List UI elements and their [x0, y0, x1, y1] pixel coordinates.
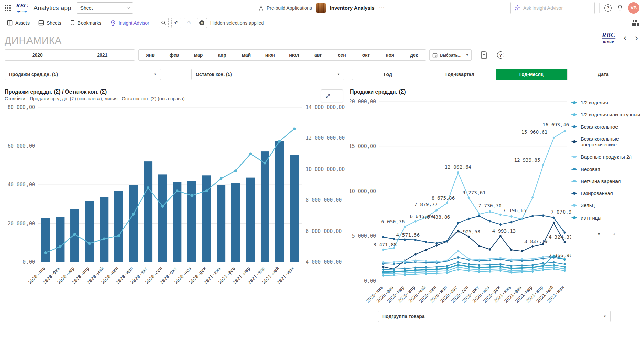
- next-sheet-arrow[interactable]: ›: [635, 33, 638, 42]
- month-cell-11[interactable]: ноя: [378, 50, 401, 60]
- caret-down-icon: ▼: [466, 53, 469, 57]
- month-cell-6[interactable]: июн: [258, 50, 282, 60]
- date-picker-dropdown[interactable]: Выбрать... ▼: [429, 49, 472, 61]
- svg-text:4 571,56: 4 571,56: [396, 232, 420, 238]
- svg-text:6 438,86: 6 438,86: [427, 214, 450, 220]
- legend-marker-icon: [571, 141, 577, 142]
- legend-item[interactable]: Безалкогольное: [571, 124, 642, 130]
- legend-item[interactable]: Безалкогольные энергетические ...: [571, 136, 642, 148]
- legend-marker-icon: [571, 205, 577, 206]
- month-cell-8[interactable]: авг: [306, 50, 330, 60]
- more-menu-icon[interactable]: ⋯: [379, 4, 385, 11]
- legend-item[interactable]: 1/2 изделия или штучный: [571, 112, 642, 117]
- year-filter: 20202021: [5, 49, 135, 61]
- prev-sheet-arrow[interactable]: ‹: [624, 33, 627, 42]
- month-cell-3[interactable]: мар: [186, 50, 210, 60]
- app-name[interactable]: Inventory Analysis: [330, 5, 375, 11]
- line-chart-panel: Продажи сред.дн. (Σ) 0,005 000,0010 000,…: [350, 89, 642, 322]
- period-button-Год[interactable]: Год: [352, 69, 424, 80]
- legend-marker-icon: [571, 217, 577, 218]
- page-title: ДИНАМИКА: [5, 32, 62, 46]
- legend-label: Безалкогольные энергетические ...: [581, 136, 642, 148]
- legend-item[interactable]: 1/2 изделия: [571, 100, 642, 105]
- period-button-Год-Месяц[interactable]: Год-Месяц: [496, 69, 567, 80]
- app-thumbnail[interactable]: [316, 3, 326, 13]
- combo-chart[interactable]: 0,0020 000,0040 000,0060 000,0080 000,00…: [5, 101, 345, 302]
- svg-text:3 837,19: 3 837,19: [524, 239, 548, 244]
- redo-selection-icon: ↷: [184, 18, 194, 28]
- year-cell-2020[interactable]: 2020: [5, 50, 70, 60]
- svg-text:8 675,86: 8 675,86: [432, 195, 455, 201]
- bookmarks-button[interactable]: Bookmarks: [66, 16, 106, 30]
- smart-search-icon[interactable]: [159, 18, 169, 28]
- legend-item[interactable]: Газированная: [571, 190, 642, 196]
- period-button-Год-Квартал[interactable]: Год-Квартал: [424, 69, 495, 80]
- svg-text:3 471,88: 3 471,88: [373, 242, 397, 247]
- insight-advisor-search[interactable]: Ask Insight Advisor: [510, 2, 595, 14]
- svg-text:6 000 000,00: 6 000 000,00: [306, 228, 342, 234]
- breadcrumb-section[interactable]: Pre-build Applications: [258, 5, 312, 11]
- month-cell-10[interactable]: окт: [354, 50, 378, 60]
- help-icon[interactable]: ?: [604, 4, 612, 12]
- svg-text:12 939,85: 12 939,85: [514, 157, 540, 163]
- legend-item[interactable]: из птицы: [571, 215, 642, 221]
- month-cell-4[interactable]: апр: [210, 50, 234, 60]
- filter-row: 20202021 янвфевмарапрмайиюниюлавгсеноктн…: [5, 49, 639, 61]
- assets-button[interactable]: Assets: [3, 16, 34, 30]
- chart-more-icon[interactable]: ⋯: [333, 93, 338, 99]
- measure1-dropdown[interactable]: Продажи сред.дн. (Σ) ▼: [5, 69, 161, 80]
- line-chart[interactable]: 0,005 000,0010 000,0015 000,0020 000,003…: [350, 95, 571, 309]
- legend-scroll-up-icon[interactable]: ▲: [612, 232, 616, 236]
- chart-legend: 1/2 изделия1/2 изделия или штучныйБезалк…: [571, 95, 642, 309]
- expand-icon[interactable]: ⤢: [326, 93, 330, 99]
- month-cell-5[interactable]: май: [234, 50, 258, 60]
- legend-scroll-down-icon[interactable]: ▼: [597, 232, 601, 236]
- svg-text:4 925,58: 4 925,58: [457, 229, 480, 234]
- sheet-grid-icon: [631, 20, 639, 26]
- subgroup-dropdown[interactable]: Подгруппа товара ▼: [378, 311, 611, 322]
- undo-selection-icon[interactable]: ↶: [171, 18, 181, 28]
- line-chart-title: Продажи сред.дн. (Σ): [350, 89, 642, 95]
- svg-text:4 324,37: 4 324,37: [549, 234, 571, 240]
- svg-text:16 693,46: 16 693,46: [543, 122, 569, 127]
- legend-label: Зельц: [581, 202, 595, 208]
- measure2-dropdown[interactable]: Остаток кон. (Σ) ▼: [191, 69, 344, 80]
- combo-chart-panel: Продажи сред.дн. (Σ) / Остаток кон. (Σ) …: [5, 89, 345, 322]
- month-cell-1[interactable]: янв: [139, 50, 162, 60]
- controls-row: Продажи сред.дн. (Σ) ▼ Остаток кон. (Σ) …: [5, 69, 639, 80]
- sheet-selector[interactable]: Sheet: [77, 2, 133, 14]
- charts-row: Продажи сред.дн. (Σ) / Остаток кон. (Σ) …: [5, 89, 639, 322]
- notifications-bell-icon[interactable]: [616, 4, 623, 11]
- sheet-help-icon[interactable]: ?: [497, 51, 504, 59]
- clear-selections-icon[interactable]: ✕: [197, 18, 207, 28]
- legend-item[interactable]: Зельц: [571, 202, 642, 208]
- sparkle-icon: [514, 5, 520, 11]
- app-menu-icon[interactable]: [5, 5, 11, 11]
- legend-label: Газированная: [581, 190, 613, 196]
- insight-advisor-button[interactable]: Insight Advisor: [106, 16, 154, 30]
- month-cell-12[interactable]: дек: [402, 50, 426, 60]
- svg-text:60 000,00: 60 000,00: [8, 143, 35, 149]
- sheet-grid-toggle[interactable]: [631, 20, 641, 26]
- user-avatar[interactable]: VB: [628, 2, 639, 14]
- bookmark-icon: [70, 20, 75, 26]
- svg-text:12 000 000,00: 12 000 000,00: [306, 135, 345, 141]
- sheet-selector-value: Sheet: [80, 5, 93, 11]
- legend-item[interactable]: Вареные продукты 2/г: [571, 154, 642, 160]
- sheets-button[interactable]: Sheets: [34, 16, 66, 30]
- selections-doc-icon[interactable]: [480, 51, 488, 59]
- caret-down-icon: ▼: [154, 73, 157, 76]
- month-cell-9[interactable]: сен: [330, 50, 354, 60]
- selection-tools: ↶ ↷ ✕: [159, 18, 207, 28]
- assets-icon: [7, 20, 13, 26]
- title-row: ДИНАМИКА RBC group ‹ ›: [5, 32, 639, 46]
- legend-item[interactable]: Ветчина вареная: [571, 178, 642, 184]
- month-cell-7[interactable]: июл: [282, 50, 306, 60]
- svg-text:15 960,61: 15 960,61: [521, 129, 548, 135]
- rbc-logo-sheet: RBC group: [602, 32, 615, 43]
- month-cell-2[interactable]: фев: [162, 50, 186, 60]
- year-cell-2021[interactable]: 2021: [70, 50, 135, 60]
- legend-marker-icon: [571, 169, 577, 170]
- period-button-Дата[interactable]: Дата: [567, 69, 639, 80]
- legend-item[interactable]: Весовая: [571, 166, 642, 172]
